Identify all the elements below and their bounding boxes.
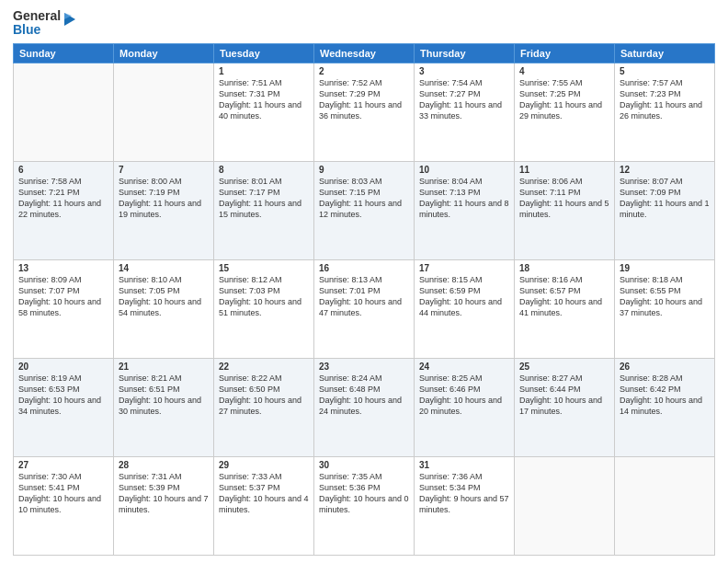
- cell-daylight: Daylight: 10 hours and 30 minutes.: [119, 396, 201, 416]
- day-number: 7: [119, 165, 209, 175]
- cell-sunrise: Sunrise: 8:21 AM: [119, 373, 182, 383]
- cell-sunset: Sunset: 5:36 PM: [319, 483, 381, 492]
- cell-sunset: Sunset: 7:07 PM: [18, 286, 80, 295]
- cell-sunrise: Sunrise: 8:01 AM: [219, 177, 282, 186]
- day-number: 14: [119, 263, 209, 273]
- day-number: 23: [319, 362, 409, 372]
- cell-sunset: Sunset: 6:59 PM: [419, 286, 481, 295]
- cell-sunset: Sunset: 7:15 PM: [319, 188, 381, 197]
- cell-sunset: Sunset: 6:53 PM: [18, 385, 80, 394]
- cell-sunrise: Sunrise: 8:03 AM: [319, 177, 382, 186]
- cell-sunset: Sunset: 7:19 PM: [119, 188, 180, 197]
- cell-daylight: Daylight: 10 hours and 27 minutes.: [219, 396, 301, 416]
- calendar-cell: 31 Sunrise: 7:36 AM Sunset: 5:34 PM Dayl…: [415, 456, 515, 555]
- calendar-cell: 19 Sunrise: 8:18 AM Sunset: 6:55 PM Dayl…: [615, 259, 715, 358]
- cell-daylight: Daylight: 10 hours and 47 minutes.: [319, 297, 402, 317]
- calendar-table: SundayMondayTuesdayWednesdayThursdayFrid…: [13, 43, 715, 556]
- cell-sunrise: Sunrise: 7:35 AM: [319, 472, 382, 481]
- day-number: 22: [219, 362, 309, 372]
- cell-sunrise: Sunrise: 8:09 AM: [18, 275, 82, 284]
- day-number: 1: [219, 66, 309, 76]
- day-number: 27: [18, 460, 108, 470]
- cell-sunset: Sunset: 7:17 PM: [219, 188, 280, 197]
- calendar-cell: 14 Sunrise: 8:10 AM Sunset: 7:05 PM Dayl…: [114, 259, 214, 358]
- calendar-cell: 29 Sunrise: 7:33 AM Sunset: 5:37 PM Dayl…: [214, 456, 314, 555]
- cell-daylight: Daylight: 11 hours and 19 minutes.: [119, 199, 201, 219]
- calendar-cell: 1 Sunrise: 7:51 AM Sunset: 7:31 PM Dayli…: [214, 63, 314, 161]
- calendar-cell: 11 Sunrise: 8:06 AM Sunset: 7:11 PM Dayl…: [515, 161, 615, 259]
- cell-sunset: Sunset: 6:57 PM: [519, 286, 581, 295]
- day-header: Thursday: [415, 43, 515, 63]
- day-header: Saturday: [615, 43, 715, 63]
- cell-sunset: Sunset: 7:13 PM: [419, 188, 481, 197]
- cell-sunrise: Sunrise: 8:10 AM: [119, 275, 182, 284]
- cell-daylight: Daylight: 10 hours and 14 minutes.: [620, 396, 702, 416]
- cell-daylight: Daylight: 11 hours and 22 minutes.: [18, 199, 101, 219]
- cell-daylight: Daylight: 10 hours and 0 minutes.: [319, 494, 409, 514]
- cell-daylight: Daylight: 10 hours and 20 minutes.: [419, 396, 502, 416]
- cell-daylight: Daylight: 10 hours and 51 minutes.: [219, 297, 301, 317]
- day-header: Monday: [114, 43, 214, 63]
- cell-sunset: Sunset: 6:44 PM: [519, 385, 581, 394]
- cell-sunrise: Sunrise: 8:12 AM: [219, 275, 282, 284]
- cell-sunrise: Sunrise: 7:54 AM: [419, 78, 483, 87]
- cell-sunset: Sunset: 7:21 PM: [18, 188, 80, 197]
- calendar-cell: 18 Sunrise: 8:16 AM Sunset: 6:57 PM Dayl…: [515, 259, 615, 358]
- cell-daylight: Daylight: 11 hours and 8 minutes.: [419, 199, 509, 219]
- logo: General Blue: [13, 9, 75, 38]
- day-number: 30: [319, 460, 409, 470]
- day-number: 6: [18, 165, 108, 175]
- day-header: Sunday: [14, 43, 114, 63]
- day-number: 16: [319, 263, 409, 273]
- cell-daylight: Daylight: 10 hours and 58 minutes.: [18, 297, 101, 317]
- cell-sunset: Sunset: 5:41 PM: [18, 483, 80, 492]
- cell-sunrise: Sunrise: 8:18 AM: [620, 275, 683, 284]
- cell-sunset: Sunset: 6:46 PM: [419, 385, 481, 394]
- cell-sunset: Sunset: 7:27 PM: [419, 89, 481, 98]
- day-number: 17: [419, 263, 509, 273]
- calendar-cell: 5 Sunrise: 7:57 AM Sunset: 7:23 PM Dayli…: [615, 63, 715, 161]
- cell-sunrise: Sunrise: 7:55 AM: [519, 78, 583, 87]
- cell-sunrise: Sunrise: 8:15 AM: [419, 275, 483, 284]
- cell-daylight: Daylight: 10 hours and 10 minutes.: [18, 494, 101, 514]
- cell-sunset: Sunset: 6:55 PM: [620, 286, 681, 295]
- cell-daylight: Daylight: 10 hours and 34 minutes.: [18, 396, 101, 416]
- cell-sunrise: Sunrise: 8:24 AM: [319, 373, 382, 383]
- cell-sunset: Sunset: 7:11 PM: [519, 188, 581, 197]
- calendar-cell: 16 Sunrise: 8:13 AM Sunset: 7:01 PM Dayl…: [314, 259, 415, 358]
- day-number: 4: [519, 66, 609, 76]
- cell-sunrise: Sunrise: 8:28 AM: [620, 373, 683, 383]
- day-number: 8: [219, 165, 309, 175]
- calendar-cell: 13 Sunrise: 8:09 AM Sunset: 7:07 PM Dayl…: [14, 259, 114, 358]
- cell-sunrise: Sunrise: 8:19 AM: [18, 373, 82, 383]
- cell-sunset: Sunset: 6:50 PM: [219, 385, 280, 394]
- cell-sunrise: Sunrise: 7:58 AM: [18, 177, 82, 186]
- cell-daylight: Daylight: 11 hours and 33 minutes.: [419, 100, 502, 121]
- calendar-cell: 8 Sunrise: 8:01 AM Sunset: 7:17 PM Dayli…: [214, 161, 314, 259]
- calendar-cell: 28 Sunrise: 7:31 AM Sunset: 5:39 PM Dayl…: [114, 456, 214, 555]
- calendar-cell: [615, 456, 715, 555]
- cell-sunrise: Sunrise: 7:31 AM: [119, 472, 182, 481]
- day-header: Tuesday: [214, 43, 314, 63]
- day-number: 20: [18, 362, 108, 372]
- calendar-cell: 7 Sunrise: 8:00 AM Sunset: 7:19 PM Dayli…: [114, 161, 214, 259]
- calendar-cell: 6 Sunrise: 7:58 AM Sunset: 7:21 PM Dayli…: [14, 161, 114, 259]
- day-header: Wednesday: [314, 43, 415, 63]
- day-number: 25: [519, 362, 609, 372]
- cell-sunset: Sunset: 7:25 PM: [519, 89, 581, 98]
- calendar-cell: 10 Sunrise: 8:04 AM Sunset: 7:13 PM Dayl…: [415, 161, 515, 259]
- cell-sunset: Sunset: 7:05 PM: [119, 286, 180, 295]
- cell-daylight: Daylight: 11 hours and 1 minute.: [620, 199, 710, 219]
- day-number: 2: [319, 66, 409, 76]
- calendar-cell: 20 Sunrise: 8:19 AM Sunset: 6:53 PM Dayl…: [14, 358, 114, 456]
- day-number: 5: [620, 66, 710, 76]
- cell-sunrise: Sunrise: 7:52 AM: [319, 78, 382, 87]
- calendar-cell: 17 Sunrise: 8:15 AM Sunset: 6:59 PM Dayl…: [415, 259, 515, 358]
- calendar-cell: 23 Sunrise: 8:24 AM Sunset: 6:48 PM Dayl…: [314, 358, 415, 456]
- cell-daylight: Daylight: 11 hours and 40 minutes.: [219, 100, 301, 121]
- cell-sunset: Sunset: 7:31 PM: [219, 89, 280, 98]
- cell-sunrise: Sunrise: 8:06 AM: [519, 177, 583, 186]
- cell-daylight: Daylight: 10 hours and 54 minutes.: [119, 297, 201, 317]
- day-number: 19: [620, 263, 710, 273]
- cell-sunrise: Sunrise: 7:36 AM: [419, 472, 483, 481]
